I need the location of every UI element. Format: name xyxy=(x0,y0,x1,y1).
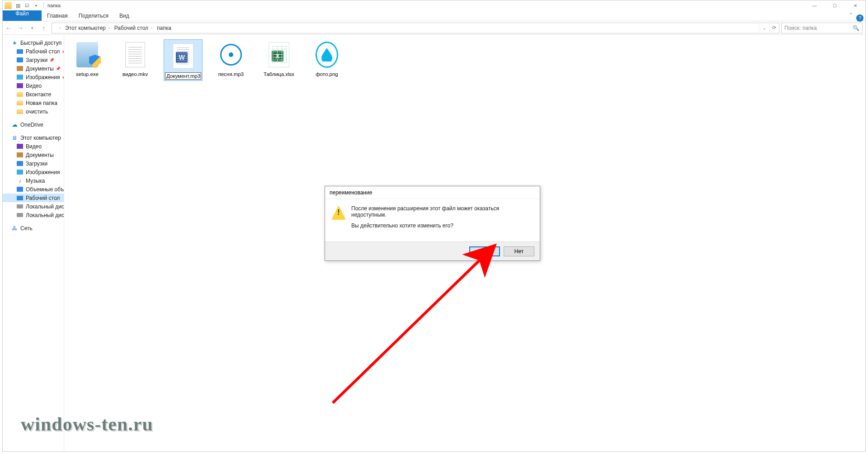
drive-icon xyxy=(16,203,24,210)
sidebar-item[interactable]: Рабочий стол xyxy=(3,194,64,202)
sidebar-item[interactable]: Документы 📌 xyxy=(3,64,64,73)
folder-icon xyxy=(16,108,24,115)
ribbon: Файл Главная Поделиться Вид ⌃ ? xyxy=(3,10,865,21)
file-thumbnail: X xyxy=(264,39,294,70)
onedrive-icon: ☁ xyxy=(11,121,18,128)
star-icon: ★ xyxy=(11,39,18,47)
folder-icon xyxy=(16,99,24,107)
file-name: видео.mkv xyxy=(117,71,153,77)
drive-icon xyxy=(16,212,24,219)
no-button[interactable]: Нет xyxy=(504,246,534,256)
breadcrumb[interactable]: Этот компьютер› xyxy=(64,25,113,31)
sidebar-item[interactable]: очистить xyxy=(3,107,64,116)
nav-back-button[interactable]: ← xyxy=(3,22,14,34)
sidebar-item-label: Видео xyxy=(26,143,42,150)
crumb-label: Рабочий стол xyxy=(114,25,148,31)
sidebar-item[interactable]: ♪Музыка xyxy=(3,176,64,185)
pin-icon: 📌 xyxy=(56,66,61,71)
refresh-icon[interactable]: ⟳ xyxy=(769,23,779,33)
sidebar-item[interactable]: Новая папка xyxy=(3,99,64,107)
sidebar-item-label: Локальный диск (C xyxy=(26,203,64,210)
window-title: папка xyxy=(47,3,61,8)
file-item[interactable]: видео.mkv xyxy=(116,38,155,82)
file-item[interactable]: WДокумент.mp3 xyxy=(164,38,203,82)
tab-view[interactable]: Вид xyxy=(114,10,135,21)
nav-recent-icon[interactable]: ▾ xyxy=(26,22,38,34)
breadcrumb[interactable]: папка xyxy=(156,25,172,31)
separator xyxy=(43,2,44,9)
minimize-button[interactable]: — xyxy=(804,0,825,10)
sidebar-item[interactable]: Изображения xyxy=(3,168,64,176)
qat-new-icon[interactable]: ☑ xyxy=(23,1,31,9)
sidebar-item[interactable]: Загрузки xyxy=(3,159,64,168)
sidebar-item[interactable]: Документы xyxy=(3,151,64,159)
maximize-button[interactable]: ☐ xyxy=(825,0,845,10)
help-icon[interactable]: ? xyxy=(856,14,863,22)
downloads-icon xyxy=(16,186,24,193)
sidebar-item-label: Быстрый доступ xyxy=(20,40,61,46)
sidebar-quick-access[interactable]: ★ Быстрый доступ xyxy=(3,38,64,47)
nav-up-button[interactable]: ↑ xyxy=(38,22,50,34)
sidebar-item-label: очистить xyxy=(26,109,48,115)
sidebar-item-label: Сеть xyxy=(20,225,33,232)
sidebar-network[interactable]: 🖧 Сеть xyxy=(3,224,64,232)
nav-forward-button[interactable]: → xyxy=(14,22,26,34)
crumb-label: папка xyxy=(157,25,171,31)
qat-properties-icon[interactable]: ▥ xyxy=(14,1,22,9)
sidebar-item-label: Изображения xyxy=(26,74,60,80)
pictures-icon xyxy=(16,169,24,176)
sidebar-item[interactable]: Загрузки 📌 xyxy=(3,56,64,64)
sidebar-item-label: Локальный диск (D xyxy=(26,212,64,218)
tab-file[interactable]: Файл xyxy=(3,10,42,21)
rename-dialog: переименование После изменения расширени… xyxy=(325,186,540,261)
close-button[interactable]: ✕ xyxy=(845,0,865,10)
file-name: песня.mp3 xyxy=(213,71,249,77)
folder-icon xyxy=(5,2,12,9)
desktop-icon xyxy=(16,194,24,202)
chevron-right-icon[interactable]: › xyxy=(57,26,63,30)
sidebar-item-label: Рабочий стол xyxy=(26,195,60,201)
sidebar-item[interactable]: Видео xyxy=(3,81,64,90)
file-thumbnail: W xyxy=(168,41,198,71)
sidebar-item[interactable]: Объемные объект xyxy=(3,185,64,194)
ribbon-collapse-icon[interactable]: ⌃ xyxy=(849,12,853,17)
watermark: windows-ten.ru xyxy=(21,413,153,435)
file-thumbnail xyxy=(72,39,103,70)
sidebar-item-label: Вконтакте xyxy=(26,91,51,98)
breadcrumb[interactable]: Рабочий стол› xyxy=(113,25,156,31)
pc-icon: 🖥 xyxy=(11,134,18,142)
yes-button[interactable]: Да xyxy=(469,246,500,256)
navigation-pane: ★ Быстрый доступ Рабочий стол 📌Загрузки … xyxy=(3,35,64,451)
documents-icon xyxy=(16,65,24,72)
address-dropdown-icon[interactable]: ⌄ xyxy=(759,23,769,33)
search-placeholder: Поиск: папка xyxy=(784,25,817,31)
sidebar-onedrive[interactable]: ☁ OneDrive xyxy=(3,120,64,129)
file-item[interactable]: XТаблица.xlsx xyxy=(259,38,298,82)
dialog-message-2: Вы действительно хотите изменить его? xyxy=(351,222,533,229)
tab-share[interactable]: Поделиться xyxy=(73,10,114,21)
chevron-right-icon[interactable]: › xyxy=(106,26,113,30)
music-icon: ♪ xyxy=(16,177,24,184)
folder-icon xyxy=(16,91,24,98)
dialog-title: переименование xyxy=(325,186,540,199)
sidebar-item[interactable]: Локальный диск (D xyxy=(3,211,64,219)
chevron-right-icon[interactable]: › xyxy=(148,26,155,30)
file-thumbnail xyxy=(216,39,246,70)
tab-home[interactable]: Главная xyxy=(42,10,73,21)
file-item[interactable]: фото.png xyxy=(307,38,346,82)
file-item[interactable]: setup.exe xyxy=(68,38,107,82)
search-input[interactable]: Поиск: папка 🔍 xyxy=(781,23,863,33)
sidebar-this-pc[interactable]: 🖥 Этот компьютер xyxy=(3,133,64,142)
sidebar-item[interactable]: Локальный диск (C xyxy=(3,202,64,211)
sidebar-item[interactable]: Вконтакте xyxy=(3,90,64,99)
sidebar-item[interactable]: Видео xyxy=(3,142,64,151)
file-thumbnail xyxy=(120,39,151,70)
qat-dropdown-icon[interactable]: ▾ xyxy=(32,1,40,9)
video-icon xyxy=(16,143,24,150)
sidebar-item[interactable]: Рабочий стол 📌 xyxy=(3,47,64,56)
file-item[interactable]: песня.mp3 xyxy=(212,38,250,82)
sidebar-item[interactable]: Изображения 📌 xyxy=(3,73,64,81)
crumb-label: Этот компьютер xyxy=(65,25,106,31)
address-bar[interactable]: › Этот компьютер› Рабочий стол› папка ⌄ … xyxy=(52,23,779,33)
file-name: фото.png xyxy=(309,71,345,77)
